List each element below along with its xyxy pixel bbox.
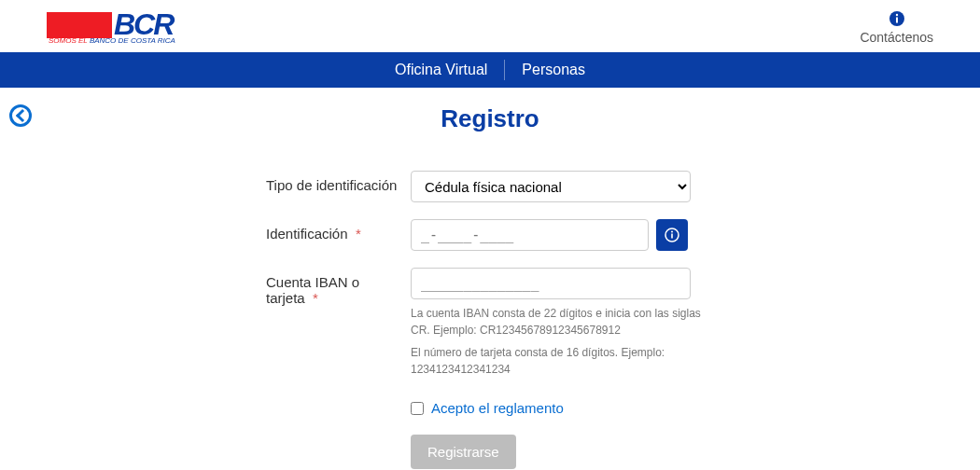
row-identificacion: Identificación * [135,219,845,251]
helper-iban: La cuenta IBAN consta de 22 dígitos e in… [411,305,709,339]
logo-red-block [47,12,112,38]
info-icon [860,11,933,30]
accept-label[interactable]: Acepto el reglamento [431,400,564,416]
helper-text: La cuenta IBAN consta de 22 dígitos e in… [411,305,709,378]
logo[interactable]: BCR SOMOS EL BANCO DE COSTA RICA [47,11,175,45]
row-tipo-identificacion: Tipo de identificación Cédula física nac… [135,171,845,202]
page-title: Registro [9,104,971,133]
navbar: Oficina Virtual Personas [0,52,980,88]
svg-rect-1 [896,18,898,23]
accept-checkbox[interactable] [411,402,424,415]
header: BCR SOMOS EL BANCO DE COSTA RICA Contáct… [0,0,980,48]
iban-input[interactable] [411,268,691,299]
contact-label: Contáctenos [860,30,933,45]
svg-rect-4 [671,234,673,239]
page-body: Registro Tipo de identificación Cédula f… [0,88,980,470]
logo-tagline: SOMOS EL BANCO DE COSTA RICA [49,36,175,45]
row-iban: Cuenta IBAN o tarjeta * La cuenta IBAN c… [135,268,845,383]
registration-form: Tipo de identificación Cédula física nac… [135,171,845,469]
nav-oficina-virtual[interactable]: Oficina Virtual [378,62,504,78]
label-identificacion: Identificación * [135,219,411,242]
contact-link[interactable]: Contáctenos [860,11,933,45]
label-tipo-identificacion: Tipo de identificación [135,171,411,193]
identificacion-info-button[interactable] [656,219,688,251]
label-iban: Cuenta IBAN o tarjeta * [135,268,411,306]
register-button[interactable]: Registrarse [411,435,516,469]
identificacion-input[interactable] [411,219,649,251]
row-accept: Acepto el reglamento [411,400,845,416]
svg-point-2 [895,14,897,16]
info-circle-icon [665,228,679,242]
helper-card: El número de tarjeta consta de 16 dígito… [411,344,709,378]
back-button[interactable] [9,104,32,127]
tipo-identificacion-select[interactable]: Cédula física nacional [411,171,691,202]
logo-text: BCR [114,11,173,38]
svg-point-5 [671,231,673,233]
nav-personas[interactable]: Personas [505,62,602,78]
